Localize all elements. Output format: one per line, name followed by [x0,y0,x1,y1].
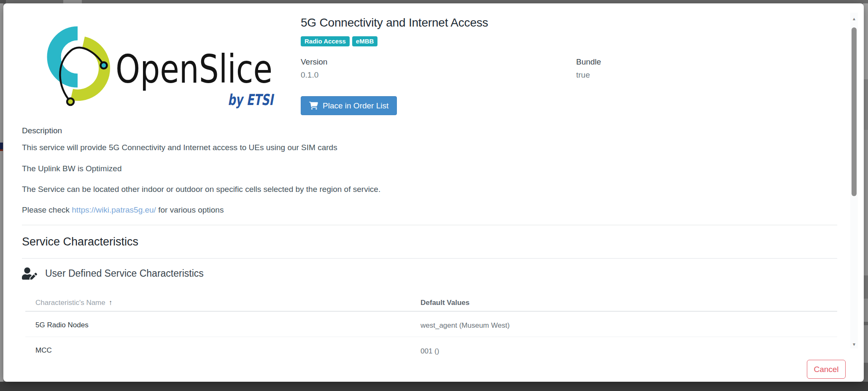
tag-badge-embb: eMBB [352,36,378,46]
bundle-value: true [576,70,601,80]
logo-byline: by ETSI [228,91,275,108]
user-defined-characteristics-title: User Defined Service Characteristics [45,268,204,279]
table-row-characteristic-name: 5G Radio Nodes [35,321,89,329]
dialog-scroll-area: OpenSlice by ETSI 5G Connectivity and In… [3,3,850,355]
openslice-logo: OpenSlice by ETSI [24,16,277,109]
page-backdrop-corner [0,0,6,3]
table-header-divider [25,311,837,312]
openslice-logo-graphic: OpenSlice by ETSI [24,16,277,109]
service-title: 5G Connectivity and Internet Access [301,16,488,30]
user-defined-characteristics-header: User Defined Service Characteristics [22,267,204,280]
description-paragraph: The Service can be located other indoor … [22,185,697,194]
logo-teal-dot [101,62,107,69]
table-row-characteristic-name: MCC [35,346,52,355]
shopping-cart-icon [309,102,318,110]
section-divider [22,225,837,225]
description-paragraph: The Uplink BW is Optimized [22,164,697,173]
table-row-default-value: west_agent (Museum West) [421,321,509,330]
scrollbar-down-arrow[interactable]: ▼ [850,342,858,348]
dialog-scrollbar[interactable]: ▲ ▼ [850,13,858,348]
column-header-default-values[interactable]: Default Values [421,299,469,307]
logo-lime-dot [67,98,74,105]
wiki-link[interactable]: https://wiki.patras5g.eu/ [72,205,156,214]
scrollbar-up-arrow[interactable]: ▲ [850,16,858,22]
tag-badge-radio-access: Radio Access [301,36,350,46]
link-prefix-text: Please check [22,205,72,214]
column-header-characteristic-name[interactable]: Characteristic's Name↑ [35,299,112,307]
characteristic-name-header-label: Characteristic's Name [35,299,105,307]
link-suffix-text: for various options [156,205,224,214]
place-in-order-list-button[interactable]: Place in Order List [301,96,397,115]
scrollbar-thumb[interactable] [852,27,857,196]
service-details-dialog: OpenSlice by ETSI 5G Connectivity and In… [3,3,864,382]
section-divider [22,258,837,259]
place-in-order-list-label: Place in Order List [323,101,388,111]
background-page-fragment-accent [0,149,3,151]
user-edit-icon [22,267,37,280]
cancel-button[interactable]: Cancel [807,360,846,379]
version-label: Version [301,57,327,67]
description-paragraph: This service will provide 5G Connectivit… [22,143,697,152]
page-backdrop-bottom [0,382,868,391]
version-value: 0.1.0 [301,70,327,80]
bundle-label: Bundle [576,57,601,67]
version-field: Version 0.1.0 [301,57,327,80]
table-row-default-value: 001 () [421,347,439,355]
page-backdrop-left [0,3,3,382]
logo-brand-name: OpenSlice [116,47,272,92]
page-backdrop-top [0,0,868,3]
sort-ascending-icon: ↑ [109,299,113,307]
service-characteristics-heading: Service Characteristics [22,235,138,248]
description-link-paragraph: Please check https://wiki.patras5g.eu/ f… [22,205,697,215]
bundle-field: Bundle true [576,57,601,80]
page-backdrop-tab [63,0,82,3]
description-label: Description [22,126,62,135]
table-row-divider [25,337,837,337]
category-badges: Radio Access eMBB [301,36,377,46]
background-page-fragment [0,143,3,149]
